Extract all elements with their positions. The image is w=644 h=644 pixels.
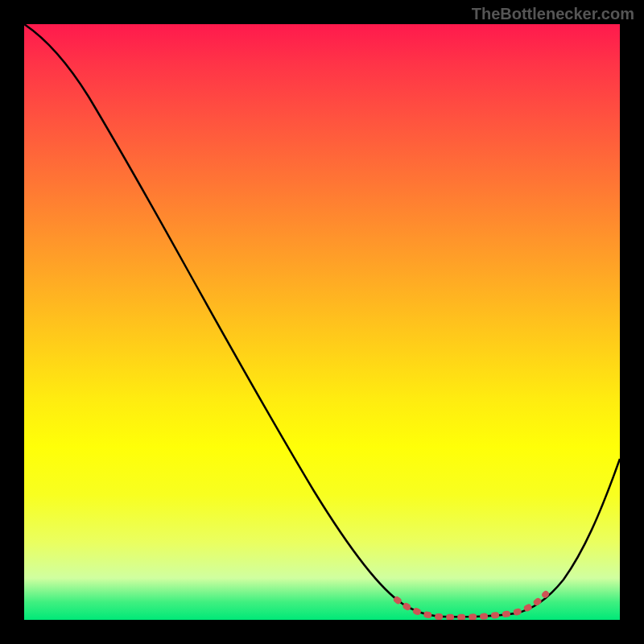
main-curve-line — [24, 24, 620, 617]
chart-curve-svg — [24, 24, 620, 620]
highlight-segment — [397, 594, 546, 617]
chart-plot-area — [24, 24, 620, 620]
watermark-text: TheBottlenecker.com — [472, 5, 634, 23]
